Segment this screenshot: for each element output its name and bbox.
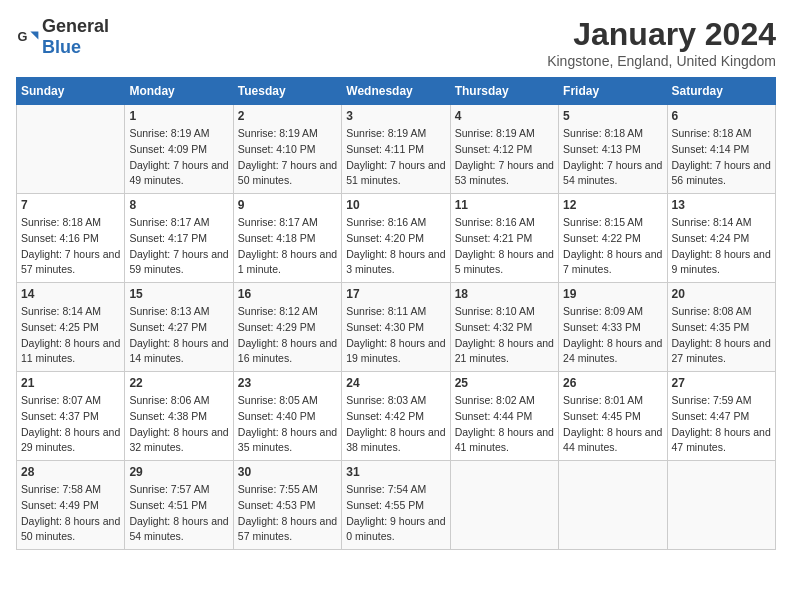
- logo: G General Blue: [16, 16, 109, 58]
- calendar-day-cell: 8 Sunrise: 8:17 AMSunset: 4:17 PMDayligh…: [125, 194, 233, 283]
- day-number: 28: [21, 465, 120, 479]
- day-info: Sunrise: 8:14 AMSunset: 4:24 PMDaylight:…: [672, 215, 771, 278]
- calendar-day-cell: 14 Sunrise: 8:14 AMSunset: 4:25 PMDaylig…: [17, 283, 125, 372]
- day-info: Sunrise: 8:09 AMSunset: 4:33 PMDaylight:…: [563, 304, 662, 367]
- day-number: 4: [455, 109, 554, 123]
- day-info: Sunrise: 8:19 AMSunset: 4:09 PMDaylight:…: [129, 126, 228, 189]
- weekday-header-cell: Thursday: [450, 78, 558, 105]
- day-info: Sunrise: 7:59 AMSunset: 4:47 PMDaylight:…: [672, 393, 771, 456]
- day-info: Sunrise: 7:58 AMSunset: 4:49 PMDaylight:…: [21, 482, 120, 545]
- day-info: Sunrise: 8:18 AMSunset: 4:16 PMDaylight:…: [21, 215, 120, 278]
- calendar-title: January 2024: [547, 16, 776, 53]
- day-info: Sunrise: 8:19 AMSunset: 4:12 PMDaylight:…: [455, 126, 554, 189]
- calendar-week-row: 7 Sunrise: 8:18 AMSunset: 4:16 PMDayligh…: [17, 194, 776, 283]
- calendar-week-row: 28 Sunrise: 7:58 AMSunset: 4:49 PMDaylig…: [17, 461, 776, 550]
- day-number: 26: [563, 376, 662, 390]
- day-info: Sunrise: 8:16 AMSunset: 4:21 PMDaylight:…: [455, 215, 554, 278]
- weekday-header-cell: Tuesday: [233, 78, 341, 105]
- day-info: Sunrise: 8:19 AMSunset: 4:11 PMDaylight:…: [346, 126, 445, 189]
- calendar-day-cell: 12 Sunrise: 8:15 AMSunset: 4:22 PMDaylig…: [559, 194, 667, 283]
- calendar-body: 1 Sunrise: 8:19 AMSunset: 4:09 PMDayligh…: [17, 105, 776, 550]
- calendar-day-cell: 2 Sunrise: 8:19 AMSunset: 4:10 PMDayligh…: [233, 105, 341, 194]
- day-info: Sunrise: 8:17 AMSunset: 4:18 PMDaylight:…: [238, 215, 337, 278]
- calendar-day-cell: 19 Sunrise: 8:09 AMSunset: 4:33 PMDaylig…: [559, 283, 667, 372]
- day-info: Sunrise: 7:54 AMSunset: 4:55 PMDaylight:…: [346, 482, 445, 545]
- day-number: 20: [672, 287, 771, 301]
- day-number: 9: [238, 198, 337, 212]
- weekday-header-cell: Friday: [559, 78, 667, 105]
- calendar-day-cell: 20 Sunrise: 8:08 AMSunset: 4:35 PMDaylig…: [667, 283, 775, 372]
- calendar-day-cell: 9 Sunrise: 8:17 AMSunset: 4:18 PMDayligh…: [233, 194, 341, 283]
- day-info: Sunrise: 8:07 AMSunset: 4:37 PMDaylight:…: [21, 393, 120, 456]
- calendar-day-cell: 30 Sunrise: 7:55 AMSunset: 4:53 PMDaylig…: [233, 461, 341, 550]
- day-info: Sunrise: 8:10 AMSunset: 4:32 PMDaylight:…: [455, 304, 554, 367]
- calendar-day-cell: 27 Sunrise: 7:59 AMSunset: 4:47 PMDaylig…: [667, 372, 775, 461]
- day-info: Sunrise: 8:11 AMSunset: 4:30 PMDaylight:…: [346, 304, 445, 367]
- day-number: 31: [346, 465, 445, 479]
- day-number: 19: [563, 287, 662, 301]
- day-number: 21: [21, 376, 120, 390]
- calendar-day-cell: 23 Sunrise: 8:05 AMSunset: 4:40 PMDaylig…: [233, 372, 341, 461]
- day-number: 25: [455, 376, 554, 390]
- day-number: 16: [238, 287, 337, 301]
- day-number: 15: [129, 287, 228, 301]
- day-info: Sunrise: 8:13 AMSunset: 4:27 PMDaylight:…: [129, 304, 228, 367]
- svg-text:G: G: [18, 29, 28, 44]
- calendar-day-cell: 3 Sunrise: 8:19 AMSunset: 4:11 PMDayligh…: [342, 105, 450, 194]
- day-info: Sunrise: 8:08 AMSunset: 4:35 PMDaylight:…: [672, 304, 771, 367]
- weekday-header-cell: Saturday: [667, 78, 775, 105]
- day-number: 7: [21, 198, 120, 212]
- day-info: Sunrise: 8:02 AMSunset: 4:44 PMDaylight:…: [455, 393, 554, 456]
- weekday-header-cell: Sunday: [17, 78, 125, 105]
- calendar-day-cell: 4 Sunrise: 8:19 AMSunset: 4:12 PMDayligh…: [450, 105, 558, 194]
- calendar-week-row: 14 Sunrise: 8:14 AMSunset: 4:25 PMDaylig…: [17, 283, 776, 372]
- title-area: January 2024 Kingstone, England, United …: [547, 16, 776, 69]
- day-number: 27: [672, 376, 771, 390]
- calendar-day-cell: 21 Sunrise: 8:07 AMSunset: 4:37 PMDaylig…: [17, 372, 125, 461]
- day-number: 29: [129, 465, 228, 479]
- day-number: 6: [672, 109, 771, 123]
- calendar-week-row: 1 Sunrise: 8:19 AMSunset: 4:09 PMDayligh…: [17, 105, 776, 194]
- day-number: 5: [563, 109, 662, 123]
- calendar-day-cell: 11 Sunrise: 8:16 AMSunset: 4:21 PMDaylig…: [450, 194, 558, 283]
- logo-icon: G: [16, 25, 40, 49]
- calendar-week-row: 21 Sunrise: 8:07 AMSunset: 4:37 PMDaylig…: [17, 372, 776, 461]
- calendar-day-cell: 29 Sunrise: 7:57 AMSunset: 4:51 PMDaylig…: [125, 461, 233, 550]
- svg-marker-1: [30, 31, 38, 39]
- day-info: Sunrise: 8:16 AMSunset: 4:20 PMDaylight:…: [346, 215, 445, 278]
- calendar-day-cell: 25 Sunrise: 8:02 AMSunset: 4:44 PMDaylig…: [450, 372, 558, 461]
- calendar-day-cell: 7 Sunrise: 8:18 AMSunset: 4:16 PMDayligh…: [17, 194, 125, 283]
- day-number: 2: [238, 109, 337, 123]
- calendar-day-cell: 28 Sunrise: 7:58 AMSunset: 4:49 PMDaylig…: [17, 461, 125, 550]
- calendar-day-cell: 5 Sunrise: 8:18 AMSunset: 4:13 PMDayligh…: [559, 105, 667, 194]
- calendar-day-cell: 15 Sunrise: 8:13 AMSunset: 4:27 PMDaylig…: [125, 283, 233, 372]
- calendar-day-cell: 26 Sunrise: 8:01 AMSunset: 4:45 PMDaylig…: [559, 372, 667, 461]
- logo-general: General: [42, 16, 109, 36]
- calendar-day-cell: [17, 105, 125, 194]
- day-info: Sunrise: 7:55 AMSunset: 4:53 PMDaylight:…: [238, 482, 337, 545]
- day-info: Sunrise: 8:17 AMSunset: 4:17 PMDaylight:…: [129, 215, 228, 278]
- day-info: Sunrise: 8:18 AMSunset: 4:14 PMDaylight:…: [672, 126, 771, 189]
- weekday-header-row: SundayMondayTuesdayWednesdayThursdayFrid…: [17, 78, 776, 105]
- day-number: 23: [238, 376, 337, 390]
- day-info: Sunrise: 8:12 AMSunset: 4:29 PMDaylight:…: [238, 304, 337, 367]
- calendar-day-cell: [559, 461, 667, 550]
- calendar-day-cell: 31 Sunrise: 7:54 AMSunset: 4:55 PMDaylig…: [342, 461, 450, 550]
- calendar-day-cell: 22 Sunrise: 8:06 AMSunset: 4:38 PMDaylig…: [125, 372, 233, 461]
- calendar-day-cell: 10 Sunrise: 8:16 AMSunset: 4:20 PMDaylig…: [342, 194, 450, 283]
- calendar-day-cell: 17 Sunrise: 8:11 AMSunset: 4:30 PMDaylig…: [342, 283, 450, 372]
- day-info: Sunrise: 7:57 AMSunset: 4:51 PMDaylight:…: [129, 482, 228, 545]
- day-info: Sunrise: 8:05 AMSunset: 4:40 PMDaylight:…: [238, 393, 337, 456]
- calendar-day-cell: 16 Sunrise: 8:12 AMSunset: 4:29 PMDaylig…: [233, 283, 341, 372]
- day-number: 11: [455, 198, 554, 212]
- day-number: 14: [21, 287, 120, 301]
- calendar-day-cell: 13 Sunrise: 8:14 AMSunset: 4:24 PMDaylig…: [667, 194, 775, 283]
- calendar-day-cell: [667, 461, 775, 550]
- calendar-day-cell: 24 Sunrise: 8:03 AMSunset: 4:42 PMDaylig…: [342, 372, 450, 461]
- day-info: Sunrise: 8:06 AMSunset: 4:38 PMDaylight:…: [129, 393, 228, 456]
- day-info: Sunrise: 8:14 AMSunset: 4:25 PMDaylight:…: [21, 304, 120, 367]
- day-info: Sunrise: 8:03 AMSunset: 4:42 PMDaylight:…: [346, 393, 445, 456]
- day-number: 24: [346, 376, 445, 390]
- day-number: 12: [563, 198, 662, 212]
- calendar-day-cell: [450, 461, 558, 550]
